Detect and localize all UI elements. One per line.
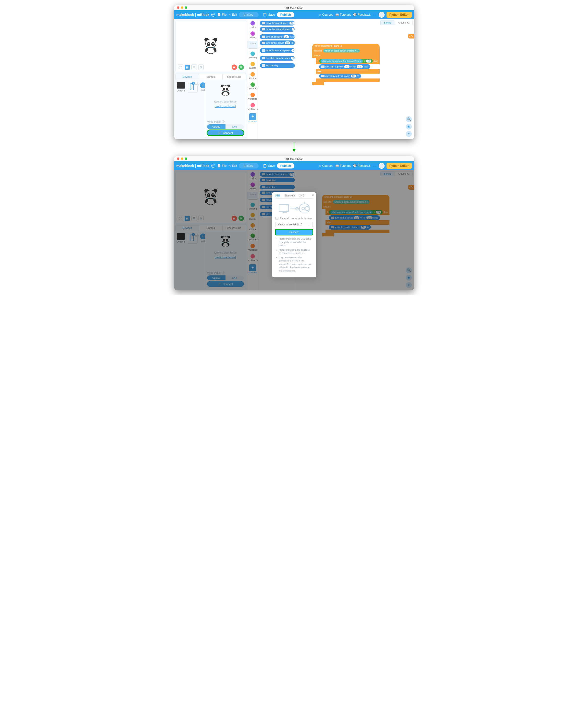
publish-button[interactable]: Publish	[277, 12, 294, 17]
stage: ⛶ ▦ ☰ ⊞ ◼ ⚑	[175, 21, 246, 72]
device-cyberpi[interactable]: CyberPi	[176, 82, 185, 95]
dialog-connect-button[interactable]: Connect	[275, 229, 313, 235]
tutorials-link[interactable]: 📖 Tutorials	[335, 164, 351, 167]
howto-link[interactable]: How to use device?	[215, 105, 236, 108]
if-block[interactable]: if ultrasonic sensor port3 ▾ distance(cm…	[316, 58, 380, 64]
connect-button[interactable]: 🔗Connect	[207, 130, 244, 136]
cat-operators[interactable]: Operators	[248, 81, 258, 92]
edit-menu[interactable]: ✎ Edit	[228, 13, 237, 16]
dialog-close-icon[interactable]: ✕	[312, 194, 314, 197]
asset-tabs: Devices Sprites Background	[175, 74, 246, 80]
file-menu[interactable]: 📄 File	[217, 164, 227, 167]
python-editor-button[interactable]: Python Editor	[386, 163, 412, 169]
courses-link[interactable]: ◎ Courses	[319, 13, 333, 16]
tab-blocks[interactable]: Blocks	[381, 20, 395, 25]
file-menu[interactable]: 📄 File	[217, 13, 227, 16]
chevron-down-icon: ⌄	[309, 223, 311, 226]
avatar[interactable]	[379, 12, 384, 18]
link-icon: 🔗	[218, 131, 221, 135]
courses-link[interactable]: ◎ Courses	[319, 164, 333, 167]
fwd-block[interactable]: move forward ▾ at power50%	[319, 74, 361, 79]
wait-block[interactable]: wait until when on-board button pressed …	[312, 48, 380, 54]
script-stack[interactable]: when mBot(mcore) starts up wait until wh…	[312, 44, 380, 85]
python-editor-button[interactable]: Python Editor	[386, 12, 412, 18]
cat-myblocks[interactable]: My Blocks	[248, 102, 258, 112]
blk-left[interactable]: turn left at power50% for1	[260, 34, 295, 39]
zoom-out-icon[interactable]: =	[406, 131, 412, 137]
blk-wheel[interactable]: left wheel turns at power50%, r	[260, 56, 295, 61]
titlebar: mBlock v5.4.0	[174, 156, 414, 161]
more-icon[interactable]: ⋯	[373, 164, 377, 168]
blk-right[interactable]: turn right at power50% for1	[260, 40, 295, 45]
cat-control[interactable]: Control	[248, 71, 258, 81]
language-icon[interactable]	[211, 164, 215, 168]
hat-block[interactable]: when mBot(mcore) starts up	[312, 44, 380, 48]
zoom-in-icon[interactable]: 🔍	[406, 116, 412, 122]
feedback-link[interactable]: 💬 Feedback	[353, 164, 371, 167]
brand: makeblock | mBlock	[176, 13, 210, 17]
titlebar: mBlock v5.4.0	[174, 5, 414, 10]
save-button[interactable]: Save	[263, 164, 275, 168]
flag-icon[interactable]: ⚑	[238, 64, 244, 70]
tab-devices[interactable]: Devices	[176, 74, 199, 80]
tab-arduino[interactable]: Arduino C	[395, 20, 412, 25]
show-all-checkbox[interactable]: Show all connectable devices	[275, 217, 313, 220]
layout2-icon[interactable]: ☰	[191, 64, 197, 70]
cat-sensing[interactable]: Sensing	[248, 50, 258, 61]
language-icon[interactable]	[211, 13, 215, 17]
connect-dialog: USB Bluetooth 2.4G ✕ Show all connectabl…	[272, 192, 316, 278]
blk-fwd-dir[interactable]: move forward ▾ at power50	[260, 48, 295, 53]
blk-forward[interactable]: move forward at power50% for	[260, 21, 295, 25]
turn-block[interactable]: turn right at power50% for0.5secs	[319, 64, 370, 69]
more-icon[interactable]: ⋯	[373, 13, 377, 17]
flow-arrow-icon	[174, 142, 414, 153]
window-title: mBlock v5.4.0	[174, 6, 414, 9]
cat-events[interactable]: Events	[248, 61, 258, 71]
project-name[interactable]: Untitled	[239, 163, 258, 168]
app-toolbar: makeblock | mBlock 📄 File ✎ Edit Untitle…	[174, 10, 414, 19]
blk-backward[interactable]: move backward at power50% fo	[260, 27, 295, 32]
code-tag-icon[interactable]: </>	[408, 34, 414, 39]
project-name[interactable]: Untitled	[239, 12, 258, 17]
category-column: Looks Show Action Sensing Events Control…	[248, 19, 258, 139]
layout3-icon[interactable]: ⊞	[198, 64, 204, 70]
mode-upload[interactable]: Upload	[207, 124, 226, 129]
save-button[interactable]: Save	[263, 13, 275, 17]
brand: makeblock | mBlock	[176, 164, 210, 168]
tab-sprites[interactable]: Sprites	[199, 74, 223, 80]
conn-tab-usb[interactable]: USB	[275, 194, 280, 197]
connect-tips: Please make sure the USB cable is proper…	[275, 238, 313, 272]
else-block[interactable]: else	[316, 69, 380, 74]
script-canvas[interactable]: Blocks Arduino C </> 🔍 ◉ = when mBot(mco…	[295, 19, 414, 139]
edit-menu[interactable]: ✎ Edit	[228, 164, 237, 167]
device-mbot[interactable]: mBot	[188, 82, 197, 93]
avatar[interactable]	[379, 163, 384, 169]
conn-tab-24g[interactable]: 2.4G	[299, 194, 304, 197]
conn-tab-bluetooth[interactable]: Bluetooth	[285, 194, 295, 197]
mode-switch-label: Mode Switch ⓘ	[207, 120, 225, 123]
forever-block[interactable]: forever	[312, 54, 380, 58]
cat-variables[interactable]: Variables	[248, 92, 258, 102]
view-toggle[interactable]: Blocks Arduino C	[380, 20, 413, 25]
feedback-link[interactable]: 💬 Feedback	[353, 13, 371, 16]
tutorials-link[interactable]: 📖 Tutorials	[335, 13, 351, 16]
panda-sprite[interactable]	[204, 38, 218, 55]
app-toolbar: makeblock | mBlock 📄 File ✎ Edit Untitle…	[174, 161, 414, 170]
port-select[interactable]: /dev/tty.usbserial-1410⌄	[275, 222, 313, 227]
block-palette: move forward at power50% for move backwa…	[258, 19, 295, 139]
extension-button[interactable]: +	[249, 113, 256, 120]
mode-switch[interactable]: Upload Live	[207, 124, 244, 129]
layout1-icon[interactable]: ▦	[185, 64, 190, 70]
tab-background[interactable]: Background	[223, 74, 246, 80]
cat-action[interactable]: Action	[248, 41, 258, 48]
publish-button[interactable]: Publish	[277, 163, 294, 168]
cat-show[interactable]: Show	[248, 30, 258, 41]
blk-stop[interactable]: stop moving	[260, 63, 295, 68]
mode-live[interactable]: Live	[226, 124, 244, 129]
zoom-fit-icon[interactable]: ◉	[406, 124, 412, 129]
stop-icon[interactable]: ◼	[232, 64, 237, 70]
cat-looks[interactable]: Looks	[248, 20, 258, 30]
window-after: mBlock v5.4.0 makeblock | mBlock 📄 File …	[174, 156, 414, 290]
fullscreen-icon[interactable]: ⛶	[178, 64, 183, 70]
connect-panel: Connect your device How to use device? M…	[205, 80, 246, 138]
